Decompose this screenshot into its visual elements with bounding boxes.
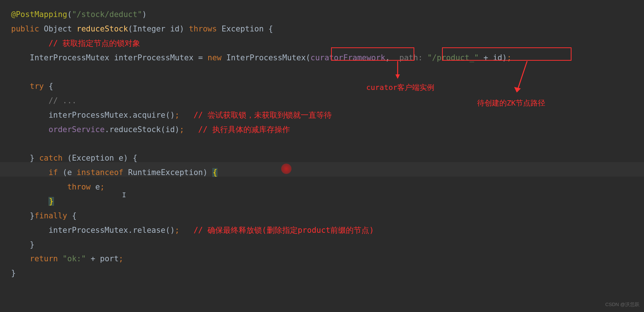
line-try: try { [11,79,633,94]
annotation-label-path: 待创建的ZK节点路径 [477,96,545,110]
watermark: CSDN @沃恁跃 [605,300,640,309]
line-throw: throw e; [11,180,633,194]
line-close-finally: } [11,238,633,252]
line-reduce: orderService.reduceStock(id); // 执行具体的减库… [11,123,633,137]
line-close-if: } [11,194,633,209]
line-signature: public Object reduceStock(Integer id) th… [11,22,633,36]
line-blank2 [11,137,633,151]
line-catch: } catch (Exception e) { [11,151,633,165]
line-release: interProcessMutex.release(); // 确保最终释放锁(… [11,223,633,238]
line-comment1: // 获取指定节点的锁对象 [11,36,633,51]
cursor-indicator-icon [281,164,291,174]
line-return: return "ok:" + port; [11,252,633,266]
text-cursor-icon: I [122,189,126,201]
annotation-label-curator: curator客户端实例 [366,81,434,94]
line-if: if (e instanceof RuntimeException) { [11,165,633,180]
line-finally: }finally { [11,209,633,223]
line-close-method: } [11,266,633,281]
line-annotation: @PostMapping("/stock/deduct") [11,7,633,22]
line-mutex-decl: InterProcessMutex interProcessMutex = ne… [11,51,633,65]
line-blank1 [11,65,633,79]
code-editor[interactable]: @PostMapping("/stock/deduct") public Obj… [11,7,633,281]
line-acquire: interProcessMutex.acquire(); // 尝试获取锁，未获… [11,108,633,123]
